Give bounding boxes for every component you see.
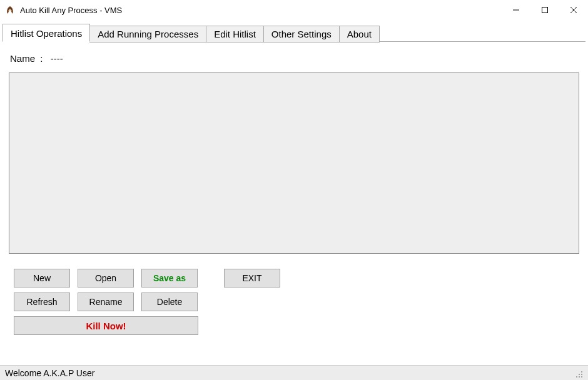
tab-bar: Hitlist Operations Add Running Processes… bbox=[0, 20, 588, 42]
status-bar: Welcome A.K.A.P User bbox=[0, 365, 588, 380]
hitlist-name-label: Name bbox=[10, 53, 35, 64]
minimize-button[interactable] bbox=[502, 0, 530, 20]
status-message: Welcome A.K.A.P User bbox=[5, 368, 94, 378]
rename-button[interactable]: Rename bbox=[78, 292, 134, 311]
tab-edit-hitlist[interactable]: Edit Hitlist bbox=[206, 26, 264, 42]
button-row-3: Kill Now! bbox=[14, 316, 582, 335]
close-button[interactable] bbox=[559, 0, 588, 20]
app-icon bbox=[5, 5, 15, 15]
open-button[interactable]: Open bbox=[78, 269, 134, 288]
exit-button[interactable]: EXIT bbox=[224, 269, 280, 288]
svg-point-6 bbox=[581, 371, 582, 372]
hitlist-name-value: ---- bbox=[51, 53, 63, 64]
svg-point-1 bbox=[11, 10, 12, 11]
button-row-2: Refresh Rename Delete bbox=[14, 292, 582, 311]
titlebar: Auto Kill Any Process - VMS bbox=[0, 0, 588, 20]
svg-point-0 bbox=[8, 10, 9, 11]
svg-point-9 bbox=[576, 376, 577, 378]
hitlist-name-separator: : bbox=[40, 53, 43, 64]
page-hitlist-operations: Name : ---- New Open Save as EXIT Refres… bbox=[0, 42, 588, 365]
svg-point-8 bbox=[581, 374, 582, 375]
svg-point-10 bbox=[579, 376, 580, 378]
resize-grip-icon[interactable] bbox=[573, 368, 583, 378]
save-as-button[interactable]: Save as bbox=[141, 269, 198, 288]
refresh-button[interactable]: Refresh bbox=[14, 292, 70, 311]
window-title: Auto Kill Any Process - VMS bbox=[20, 6, 122, 15]
delete-button[interactable]: Delete bbox=[141, 292, 198, 311]
new-button[interactable]: New bbox=[14, 269, 70, 288]
tab-add-running-processes[interactable]: Add Running Processes bbox=[89, 26, 206, 42]
kill-now-button[interactable]: Kill Now! bbox=[14, 316, 198, 335]
hitlist-list[interactable] bbox=[9, 72, 579, 254]
svg-point-7 bbox=[579, 374, 580, 375]
maximize-button[interactable] bbox=[530, 0, 559, 20]
svg-point-11 bbox=[581, 376, 582, 378]
button-row-1: New Open Save as EXIT bbox=[14, 269, 582, 288]
hitlist-name-row: Name : ---- bbox=[6, 53, 582, 70]
tab-hitlist-operations[interactable]: Hitlist Operations bbox=[3, 24, 90, 42]
tab-other-settings[interactable]: Other Settings bbox=[263, 26, 340, 42]
svg-rect-3 bbox=[542, 8, 548, 13]
tab-about[interactable]: About bbox=[339, 26, 380, 42]
